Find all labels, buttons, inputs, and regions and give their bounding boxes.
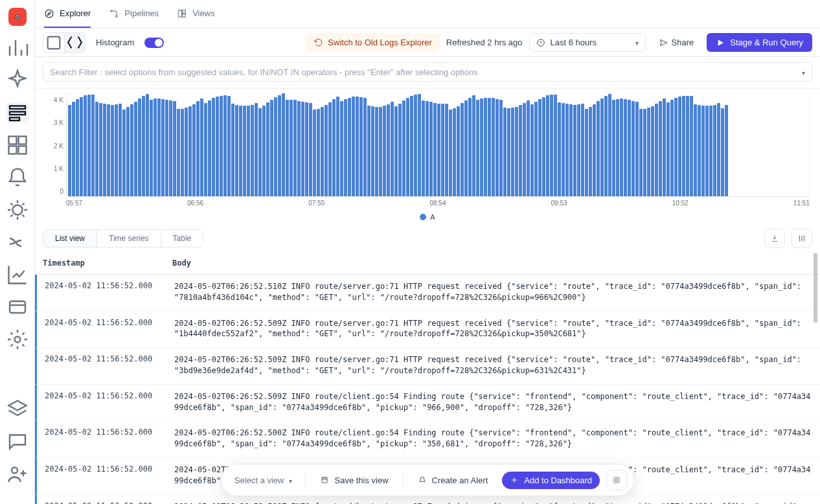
view-tab-table[interactable]: Table xyxy=(161,230,203,247)
chart-bar[interactable] xyxy=(340,101,343,196)
chart-bar[interactable] xyxy=(585,109,588,196)
chart-bar[interactable] xyxy=(204,103,207,196)
chart-bar[interactable] xyxy=(600,98,604,196)
chart-bar[interactable] xyxy=(107,104,110,196)
chart-bar[interactable] xyxy=(216,97,219,196)
nav-settings-icon[interactable] xyxy=(6,329,29,350)
chart-bar[interactable] xyxy=(565,104,569,196)
chart-bar[interactable] xyxy=(398,104,402,196)
chart-bar[interactable] xyxy=(286,100,289,196)
chart-bar[interactable] xyxy=(492,98,495,196)
chart-bar[interactable] xyxy=(111,105,114,196)
chart-bar[interactable] xyxy=(616,99,619,196)
chart-bar[interactable] xyxy=(352,97,355,196)
nav-alerts-icon[interactable] xyxy=(6,167,29,188)
time-range-select[interactable]: Last 6 hours xyxy=(529,33,646,52)
chart-bar[interactable] xyxy=(325,105,328,196)
nav-analytics-icon[interactable] xyxy=(6,264,29,285)
chart-bar[interactable] xyxy=(122,109,126,196)
tab-views[interactable]: Views xyxy=(177,0,214,28)
chart-bar[interactable] xyxy=(464,100,468,196)
chart-bar[interactable] xyxy=(453,108,456,196)
chart-bar[interactable] xyxy=(383,106,386,196)
chart-bar[interactable] xyxy=(402,100,405,196)
chart-bar[interactable] xyxy=(426,101,429,196)
chart-bar[interactable] xyxy=(251,105,254,196)
run-query-button[interactable]: Stage & Run Query xyxy=(707,33,812,52)
create-alert-button[interactable]: Create an Alert xyxy=(410,472,496,489)
chart-bar[interactable] xyxy=(154,98,157,196)
scrollbar-thumb[interactable] xyxy=(814,253,817,323)
chart-bar[interactable] xyxy=(577,104,580,196)
chart-bar[interactable] xyxy=(212,98,215,196)
chart-bar[interactable] xyxy=(690,96,693,196)
chart-bar[interactable] xyxy=(270,100,273,196)
chart-bar[interactable] xyxy=(698,105,701,196)
chart-bar[interactable] xyxy=(674,98,678,196)
chart-bar[interactable] xyxy=(705,106,709,196)
chart-bar[interactable] xyxy=(445,104,448,196)
chart-bar[interactable] xyxy=(115,104,118,196)
chart-bar[interactable] xyxy=(379,107,382,196)
chart-bar[interactable] xyxy=(332,99,336,196)
chart-bar[interactable] xyxy=(554,95,557,196)
chart-bar[interactable] xyxy=(95,102,98,196)
view-select[interactable]: Select a view xyxy=(228,473,299,488)
chart-bar[interactable] xyxy=(709,106,712,196)
search-filter-input[interactable]: Search Filter : select options from sugg… xyxy=(43,62,812,82)
chart-bar[interactable] xyxy=(126,107,130,196)
chart-bar[interactable] xyxy=(694,104,697,196)
chart-bar[interactable] xyxy=(488,98,491,196)
chart-bar[interactable] xyxy=(593,104,596,196)
table-row[interactable]: 2024-05-02 11:56:52.0002024-05-02T06:26:… xyxy=(35,312,820,349)
chart-bar[interactable] xyxy=(573,105,576,196)
save-view-button[interactable]: Save this view xyxy=(312,472,396,489)
chart-bar[interactable] xyxy=(130,104,133,196)
chart-bar[interactable] xyxy=(628,100,631,196)
chart-bar[interactable] xyxy=(523,103,526,196)
chart-bar[interactable] xyxy=(604,96,608,196)
format-options-button[interactable] xyxy=(792,229,812,248)
chart-bar[interactable] xyxy=(375,107,378,196)
chart-bar[interactable] xyxy=(461,103,464,196)
chart-bar[interactable] xyxy=(282,93,285,196)
chart-bar[interactable] xyxy=(589,107,592,196)
chart-bar[interactable] xyxy=(666,102,670,196)
chart-bar[interactable] xyxy=(550,95,553,196)
chart-bar[interactable] xyxy=(441,104,444,196)
chart-bar[interactable] xyxy=(422,100,425,196)
chart-bar[interactable] xyxy=(499,100,503,196)
chart-bar[interactable] xyxy=(309,103,312,196)
chart-bar[interactable] xyxy=(185,108,188,196)
chart-bar[interactable] xyxy=(367,106,370,196)
chart-bar[interactable] xyxy=(344,99,347,196)
chart-bar[interactable] xyxy=(76,99,79,196)
chart-bar[interactable] xyxy=(348,98,351,196)
chart-bar[interactable] xyxy=(632,101,635,196)
chart-bar[interactable] xyxy=(495,99,499,196)
chart-bar[interactable] xyxy=(196,101,199,196)
chart-bar[interactable] xyxy=(157,98,161,196)
chart-bar[interactable] xyxy=(558,102,561,196)
chart-bar[interactable] xyxy=(468,98,472,196)
chart-bar[interactable] xyxy=(686,96,689,196)
chart-bar[interactable] xyxy=(542,97,545,196)
chart-bar[interactable] xyxy=(678,97,681,196)
chart-bar[interactable] xyxy=(663,98,666,196)
chart-bar[interactable] xyxy=(188,106,192,196)
chart-bar[interactable] xyxy=(91,95,95,196)
chart-bar[interactable] xyxy=(146,94,149,196)
chart-bar[interactable] xyxy=(721,108,724,196)
chart-bar[interactable] xyxy=(371,106,374,196)
chart-bar[interactable] xyxy=(317,109,320,196)
chart-bar[interactable] xyxy=(538,99,541,196)
chart-bar[interactable] xyxy=(608,94,611,196)
chart-bar[interactable] xyxy=(119,104,122,196)
chart-bar[interactable] xyxy=(635,102,639,196)
chart-bar[interactable] xyxy=(414,95,417,196)
chart-bar[interactable] xyxy=(72,102,75,196)
chart-bar[interactable] xyxy=(534,102,538,196)
chart-bar[interactable] xyxy=(243,106,246,196)
chart-bar[interactable] xyxy=(297,101,301,196)
table-row[interactable]: 2024-05-02 11:56:52.0002024-05-02T06:26:… xyxy=(35,421,820,458)
